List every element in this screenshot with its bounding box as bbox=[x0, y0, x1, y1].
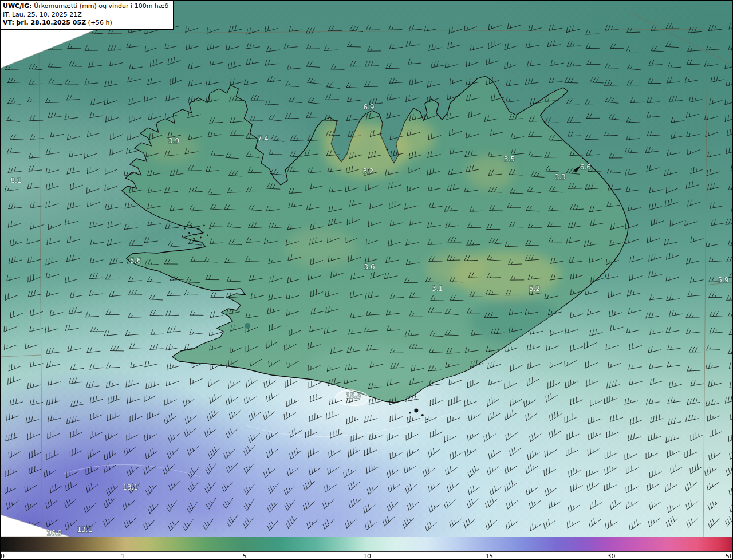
contour-label-6.6: 6.6 bbox=[580, 163, 591, 171]
contour-label-3.2: 3.2 bbox=[362, 167, 373, 175]
valid-label: VT: bbox=[3, 19, 14, 26]
model-id: UWC/IG: bbox=[3, 2, 32, 10]
contour-label-5.9: 5.9 bbox=[718, 276, 729, 284]
colorbar-tick-row: 01510153050 bbox=[1, 553, 733, 560]
contour-label-3.9: 3.9 bbox=[168, 137, 179, 145]
contour-label-3.6: 3.6 bbox=[364, 263, 375, 271]
iceland-landmass bbox=[122, 76, 629, 420]
contour-label-16.9: 16.9 bbox=[47, 529, 62, 537]
valid-time-line: VT: þri. 28.10.2025 05Z (+56 h) bbox=[3, 19, 168, 27]
contour-label-6.9: 6.9 bbox=[363, 103, 374, 111]
valid-time: þri. 28.10.2025 05Z bbox=[16, 19, 86, 26]
contour-label-7.4: 7.4 bbox=[258, 135, 269, 143]
lead-time: (+56 h) bbox=[88, 19, 112, 26]
contour-label-5.2: 5.2 bbox=[529, 285, 540, 293]
forecast-title-box: UWC/IG: Úrkomumætti (mm) og vindur i 100… bbox=[1, 1, 174, 30]
contour-label-3.5: 3.5 bbox=[504, 155, 515, 163]
map-edge-wedges bbox=[1, 1, 168, 537]
contour-label-3.3: 3.3 bbox=[555, 173, 566, 181]
colorbar-tick-1: 1 bbox=[121, 553, 125, 560]
contour-label-5.6: 5.6 bbox=[130, 257, 141, 265]
precipitation-colorbar: 01510153050 bbox=[1, 537, 733, 560]
init-time-line: IT: Lau. 25. 10. 2025 21Z bbox=[3, 11, 168, 19]
precip-contours bbox=[64, 390, 464, 477]
colorbar-tick-10: 10 bbox=[363, 553, 371, 560]
map-area: 8.13.97.46.93.23.53.36.65.63.63.15.25.91… bbox=[1, 1, 732, 537]
colorbar-gradient bbox=[1, 537, 733, 552]
title-line: UWC/IG: Úrkomumætti (mm) og vindur i 100… bbox=[3, 2, 168, 11]
colorbar-tick-0: 0 bbox=[1, 553, 5, 560]
init-label: IT: bbox=[3, 11, 10, 18]
map-overlay-svg: 8.13.97.46.93.23.53.36.65.63.63.15.25.91… bbox=[1, 1, 732, 537]
init-time: Lau. 25. 10. 2025 21Z bbox=[12, 11, 82, 18]
contour-label-8.1: 8.1 bbox=[10, 176, 21, 184]
map-title: Úrkomumætti (mm) og vindur i 100m hæð bbox=[34, 2, 168, 10]
colorbar-tick-30: 30 bbox=[608, 553, 616, 560]
colorbar-tick-5: 5 bbox=[243, 553, 247, 560]
contour-label-3.1: 3.1 bbox=[432, 285, 443, 293]
weather-map-viewport: 8.13.97.46.93.23.53.36.65.63.63.15.25.91… bbox=[0, 0, 733, 560]
lake bbox=[245, 323, 250, 329]
colorbar-tick-50: 50 bbox=[726, 553, 733, 560]
contour-label-13.1: 13.1 bbox=[77, 526, 92, 534]
colorbar-tick-15: 15 bbox=[485, 553, 493, 560]
contour-label-13.1: 13.1 bbox=[123, 483, 138, 491]
contour-label-15.5: 15.5 bbox=[346, 392, 361, 400]
